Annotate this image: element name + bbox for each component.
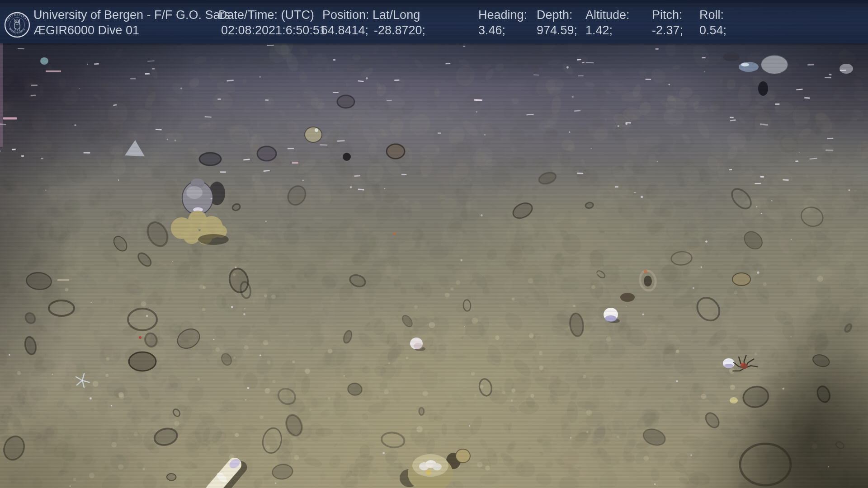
- altitude-label: Altitude:: [585, 9, 630, 21]
- heading-label: Heading:: [478, 9, 527, 21]
- vessel-title: University of Bergen - F/F G.O. Sars: [33, 9, 230, 21]
- roll-label: Roll:: [699, 9, 724, 21]
- altitude-value: 1.42;: [585, 24, 613, 37]
- depth-label: Depth:: [537, 9, 573, 21]
- pitch-label: Pitch:: [652, 9, 683, 21]
- roll-value: 0.54;: [699, 24, 726, 37]
- depth-value: 974.59;: [537, 24, 577, 37]
- longitude-value: -28.8720;: [374, 24, 425, 37]
- seafloor-image: [0, 0, 868, 488]
- rov-video-frame: UNIVERSITAS BERGENSIS University of Berg…: [0, 0, 868, 488]
- datetime-label: Date/Time: (UTC): [218, 9, 314, 21]
- telemetry-overlay-bar: UNIVERSITAS BERGENSIS University of Berg…: [0, 0, 868, 43]
- position-label: Position: Lat/Long: [322, 9, 420, 21]
- university-of-bergen-logo: UNIVERSITAS BERGENSIS: [4, 12, 30, 38]
- datetime-value: 02:08:2021:6:50:51: [221, 24, 326, 37]
- latitude-value: 64.8414;: [321, 24, 368, 37]
- heading-value: 3.46;: [478, 24, 505, 37]
- owl-icon: [14, 20, 20, 31]
- pitch-value: -2.37;: [652, 24, 683, 37]
- dive-id: ÆGIR6000 Dive 01: [33, 24, 139, 37]
